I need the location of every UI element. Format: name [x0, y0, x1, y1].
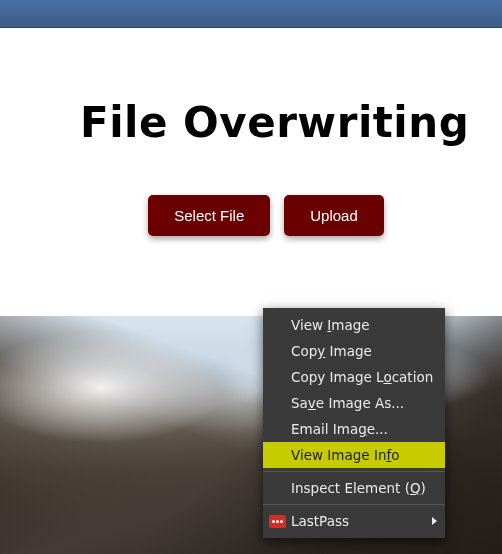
- upload-button[interactable]: Upload: [284, 195, 384, 236]
- context-menu-item-label: Copy Image: [291, 343, 372, 359]
- context-menu-item-label: LastPass: [291, 513, 349, 529]
- lastpass-icon: [269, 515, 286, 528]
- context-menu-item-view-image[interactable]: View Image: [263, 312, 445, 338]
- context-menu-item-inspect-element-q[interactable]: Inspect Element (Q): [263, 475, 445, 501]
- context-menu: View ImageCopy ImageCopy Image LocationS…: [263, 308, 445, 538]
- chevron-right-icon: [432, 517, 437, 525]
- context-menu-item-label: Inspect Element (Q): [291, 480, 426, 496]
- context-menu-item-label: Save Image As...: [291, 395, 404, 411]
- context-menu-item-save-image-as[interactable]: Save Image As...: [263, 390, 445, 416]
- context-menu-item-copy-image[interactable]: Copy Image: [263, 338, 445, 364]
- context-menu-item-email-image[interactable]: Email Image...: [263, 416, 445, 442]
- context-menu-separator: [263, 504, 445, 505]
- browser-chrome-bar: [0, 0, 502, 28]
- page-content: File Overwriting Select File Upload: [0, 28, 502, 266]
- context-menu-item-label: Email Image...: [291, 421, 388, 437]
- context-menu-item-label: View Image: [291, 317, 370, 333]
- page-title: File Overwriting: [60, 98, 472, 147]
- context-menu-item-label: Copy Image Location: [291, 369, 433, 385]
- context-menu-item-view-image-info[interactable]: View Image Info: [263, 442, 445, 468]
- context-menu-separator: [263, 471, 445, 472]
- button-row: Select File Upload: [60, 195, 472, 236]
- context-menu-item-copy-image-location[interactable]: Copy Image Location: [263, 364, 445, 390]
- context-menu-item-label: View Image Info: [291, 447, 399, 463]
- select-file-button[interactable]: Select File: [148, 195, 270, 236]
- context-menu-item-lastpass[interactable]: LastPass: [263, 508, 445, 534]
